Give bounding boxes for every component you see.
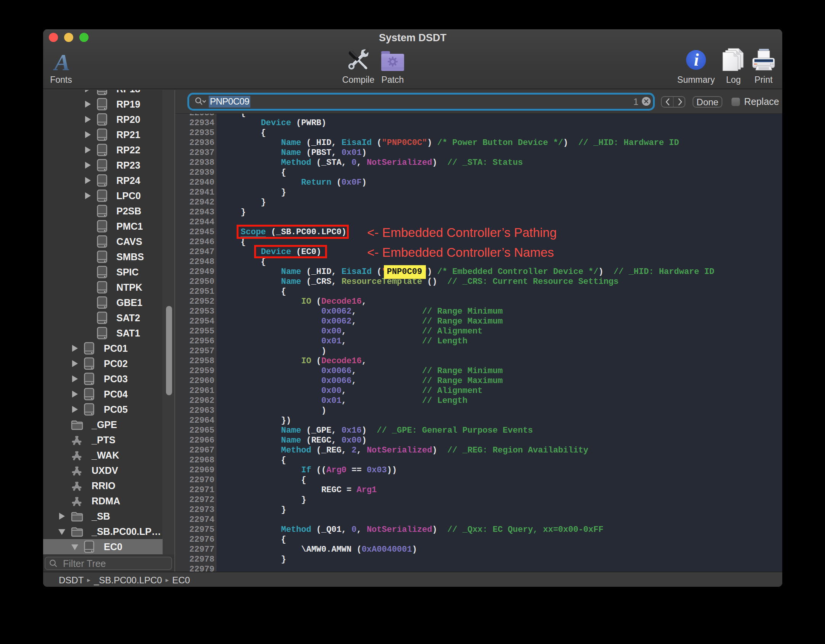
svg-text:i: i <box>694 50 699 69</box>
svg-text:A: A <box>53 51 70 73</box>
